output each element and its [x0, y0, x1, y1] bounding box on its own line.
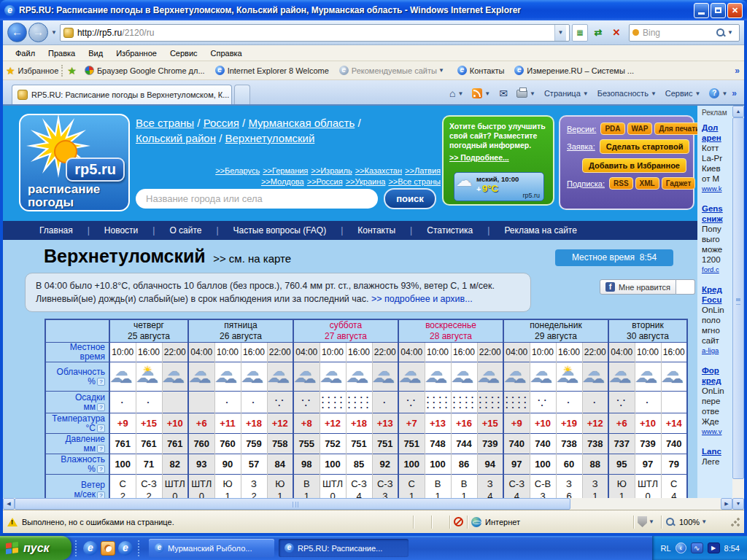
nav-item-6[interactable]: Статистика: [419, 225, 480, 236]
address-input[interactable]: http://rp5.ru /2120/ru ▼: [60, 24, 570, 42]
scroll-up-icon[interactable]: ▲: [732, 106, 744, 117]
breadcrumb-link[interactable]: Россия: [204, 117, 239, 129]
mail-button[interactable]: ✉: [495, 88, 512, 99]
menu-item-Правка[interactable]: Правка: [42, 49, 82, 58]
country-link[interactable]: >>Россия: [307, 177, 343, 186]
versions-label[interactable]: Версии:: [567, 125, 596, 133]
maximize-button[interactable]: [711, 3, 726, 18]
country-link[interactable]: >>Израиль: [311, 166, 352, 175]
resize-grip[interactable]: [731, 518, 740, 526]
rss-subscribe-button[interactable]: RSS: [609, 177, 633, 190]
breadcrumb-link[interactable]: Мурманская область: [248, 117, 355, 129]
help-button[interactable]: ?▼: [705, 88, 732, 98]
country-link[interactable]: >>Латвия: [405, 166, 441, 175]
informer-more-link[interactable]: >> Подробнее...: [449, 153, 509, 162]
favorite-item-chrome[interactable]: Браузер Google Chrome дл...: [80, 66, 210, 75]
quick-launch-ie-icon[interactable]: e: [83, 541, 98, 556]
nav-item-3[interactable]: О сайте: [162, 225, 209, 236]
country-link[interactable]: >>Все страны: [388, 177, 441, 186]
gadget-subscribe-button[interactable]: Гаджет: [662, 177, 696, 190]
ad-title[interactable]: Фор: [702, 365, 732, 376]
tray-clock[interactable]: 8:54: [724, 544, 740, 553]
ad-title[interactable]: Gens: [702, 203, 732, 214]
menu-item-Избранное[interactable]: Избранное: [109, 49, 163, 58]
country-link[interactable]: >>Германия: [263, 166, 308, 175]
quick-launch-clock-icon[interactable]: [101, 541, 115, 556]
vertical-scrollbar[interactable]: ▲ ▼: [732, 106, 744, 510]
make-start-page-button[interactable]: Сделать стартовой: [600, 139, 690, 154]
breadcrumb-link[interactable]: Все страны: [136, 117, 194, 129]
add-favorite-icon[interactable]: ★: [67, 65, 77, 77]
favorite-item-suggested[interactable]: e Рекомендуемые сайты ▼: [334, 66, 452, 75]
ad-title[interactable]: Кред: [702, 284, 732, 295]
country-link[interactable]: >>Украина: [346, 177, 386, 186]
back-button[interactable]: ←: [7, 23, 27, 42]
search-magnifier-icon[interactable]: [716, 28, 726, 38]
ad-link[interactable]: www.k: [702, 184, 732, 194]
ad-title[interactable]: арен: [702, 133, 732, 143]
nav-item-1[interactable]: Главная: [32, 225, 80, 236]
page-menu-button[interactable]: Страница▼: [540, 89, 593, 98]
quick-launch-browser-icon[interactable]: e: [118, 541, 133, 556]
hide-icons-button[interactable]: ‹: [676, 542, 686, 553]
stop-button[interactable]: ✕: [608, 24, 624, 42]
breadcrumb-link[interactable]: Верхнетуломский: [225, 132, 315, 144]
zoom-dropdown-icon[interactable]: ▼: [701, 518, 707, 525]
zoom-control[interactable]: 100% ▼: [665, 517, 728, 527]
add-to-favorites-button[interactable]: Добавить в Избранное: [582, 158, 686, 173]
tab-rp5[interactable]: RP5.RU: Расписание погоды в Верхнетуломс…: [12, 85, 232, 104]
menu-item-Справка[interactable]: Справка: [204, 49, 249, 58]
subscribe-label[interactable]: Подписка:: [567, 179, 605, 188]
help-icon[interactable]: ?: [97, 424, 105, 432]
ad-link[interactable]: www.v: [702, 427, 732, 437]
ad-title[interactable]: сниж: [702, 214, 732, 224]
menu-item-Сервис[interactable]: Сервис: [163, 49, 204, 58]
scroll-left-icon[interactable]: ◀: [3, 498, 15, 510]
scroll-right-icon[interactable]: ▶: [721, 498, 732, 510]
new-tab-button[interactable]: [234, 85, 250, 104]
help-icon[interactable]: ?: [97, 465, 105, 473]
tools-menu-button[interactable]: Сервис▼: [661, 89, 705, 98]
print-version-button[interactable]: Для печати: [654, 122, 704, 135]
print-button[interactable]: ▼: [512, 90, 540, 98]
ad-link[interactable]: ford.c: [702, 265, 732, 275]
menu-item-Файл[interactable]: Файл: [9, 49, 42, 58]
horizontal-scrollbar[interactable]: ◀ ▶: [3, 498, 732, 510]
xml-subscribe-button[interactable]: XML: [635, 177, 659, 190]
archive-link[interactable]: >> подробнее и архив...: [371, 294, 473, 304]
country-link[interactable]: >>Казахстан: [355, 166, 402, 175]
favorite-item-contacts[interactable]: e Контакты: [452, 66, 510, 75]
pda-button[interactable]: PDA: [600, 122, 624, 135]
task-button-rp5[interactable]: e RP5.RU: Расписание...: [279, 539, 409, 557]
favorites-label[interactable]: Избранное: [18, 66, 59, 75]
like-button[interactable]: f Мне нравится: [600, 279, 676, 295]
menu-item-Вид[interactable]: Вид: [82, 49, 109, 58]
more-commands-icon[interactable]: »: [732, 88, 741, 98]
more-favorites-icon[interactable]: »: [735, 66, 744, 76]
protected-mode-dropdown-icon[interactable]: ▼: [649, 518, 654, 525]
ad-title[interactable]: Дол: [702, 122, 732, 133]
site-logo[interactable]: rp5.ru расписание погоды: [19, 114, 130, 211]
compatibility-view-button[interactable]: ▦: [572, 24, 588, 42]
scroll-down-icon[interactable]: ▼: [732, 498, 744, 510]
ad-title[interactable]: Focu: [702, 295, 732, 305]
protected-mode-icon[interactable]: [638, 516, 647, 527]
request-label[interactable]: Заявка:: [567, 142, 595, 151]
nav-item-7[interactable]: Реклама на сайте: [497, 225, 584, 236]
ad-title[interactable]: Lanc: [702, 446, 732, 456]
start-button[interactable]: пуск: [0, 536, 71, 560]
tray-wave-icon[interactable]: ∿: [691, 542, 703, 553]
feeds-button[interactable]: ▼: [468, 88, 495, 98]
help-icon[interactable]: ?: [97, 403, 105, 411]
tray-play-icon[interactable]: ▶: [708, 542, 720, 553]
language-indicator[interactable]: RL: [661, 544, 671, 553]
hscroll-thumb[interactable]: [15, 498, 570, 510]
ad-link[interactable]: a-liga: [702, 346, 732, 356]
wap-button[interactable]: WAP: [627, 122, 653, 135]
forward-button[interactable]: →: [28, 23, 48, 42]
address-dropdown-icon[interactable]: ▼: [554, 25, 566, 41]
help-icon[interactable]: ?: [97, 378, 105, 386]
nav-item-2[interactable]: Новости: [97, 225, 145, 236]
breadcrumb-link[interactable]: Кольский район: [136, 132, 216, 144]
favorites-star-icon[interactable]: ★: [6, 65, 15, 77]
